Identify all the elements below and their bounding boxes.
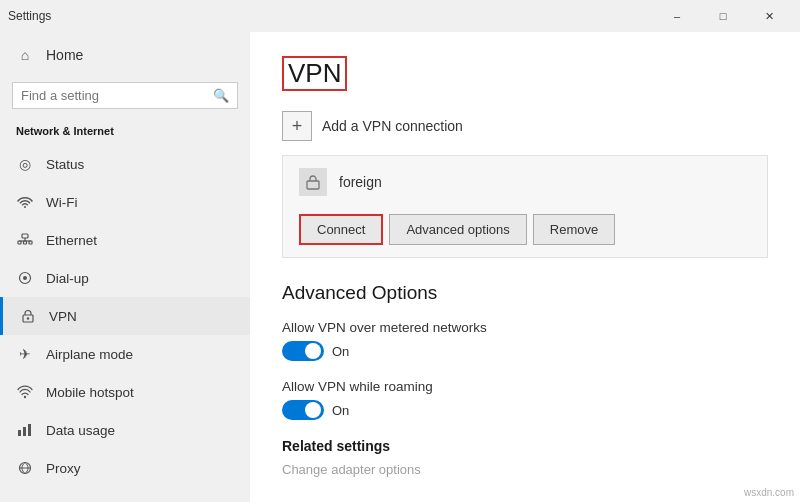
sidebar-home-label: Home: [46, 47, 83, 63]
sidebar-item-label: Mobile hotspot: [46, 385, 134, 400]
svg-rect-4: [24, 241, 27, 244]
vpn-icon: [19, 307, 37, 325]
titlebar-title: Settings: [8, 9, 654, 23]
toggle-metered-switch[interactable]: [282, 341, 324, 361]
proxy-icon: [16, 459, 34, 477]
page-title: VPN: [282, 56, 347, 91]
sidebar-item-label: Dial-up: [46, 271, 89, 286]
svg-rect-11: [18, 430, 21, 436]
toggle-roaming-control: On: [282, 400, 768, 420]
toggle-roaming-row: Allow VPN while roaming On: [282, 379, 768, 420]
sidebar-item-label: Data usage: [46, 423, 115, 438]
svg-rect-3: [18, 241, 21, 244]
svg-rect-0: [22, 234, 28, 238]
svg-point-10: [24, 396, 26, 398]
connect-button[interactable]: Connect: [299, 214, 383, 245]
svg-rect-13: [28, 424, 31, 436]
advanced-options-button[interactable]: Advanced options: [389, 214, 526, 245]
hotspot-icon: [16, 383, 34, 401]
add-vpn-icon: +: [282, 111, 312, 141]
close-button[interactable]: ✕: [746, 0, 792, 32]
vpn-connection-header: foreign: [299, 168, 751, 196]
sidebar-item-label: Status: [46, 157, 84, 172]
sidebar-item-label: Airplane mode: [46, 347, 133, 362]
svg-rect-12: [23, 427, 26, 436]
content-area: VPN + Add a VPN connection foreign Conne…: [250, 32, 800, 502]
search-icon: 🔍: [213, 88, 229, 103]
sidebar-item-home[interactable]: ⌂ Home: [0, 32, 250, 78]
add-vpn-row[interactable]: + Add a VPN connection: [282, 111, 768, 141]
sidebar-item-airplane[interactable]: ✈ Airplane mode: [0, 335, 250, 373]
sidebar-item-ethernet[interactable]: Ethernet: [0, 221, 250, 259]
ethernet-icon: [16, 231, 34, 249]
toggle-roaming-label: Allow VPN while roaming: [282, 379, 768, 394]
search-input[interactable]: [21, 88, 213, 103]
vpn-actions: Connect Advanced options Remove: [299, 206, 751, 257]
sidebar-item-dialup[interactable]: Dial-up: [0, 259, 250, 297]
sidebar-item-hotspot[interactable]: Mobile hotspot: [0, 373, 250, 411]
maximize-button[interactable]: □: [700, 0, 746, 32]
sidebar-item-label: Wi-Fi: [46, 195, 77, 210]
toggle-metered-state: On: [332, 344, 349, 359]
minimize-button[interactable]: –: [654, 0, 700, 32]
toggle-metered-control: On: [282, 341, 768, 361]
sidebar-search-box[interactable]: 🔍: [12, 82, 238, 109]
sidebar-item-vpn[interactable]: VPN: [0, 297, 250, 335]
change-adapter-link: Change adapter options: [282, 462, 768, 477]
datausage-icon: [16, 421, 34, 439]
watermark: wsxdn.com: [744, 487, 794, 498]
titlebar-controls: – □ ✕: [654, 0, 792, 32]
app-container: ⌂ Home 🔍 Network & Internet ◎ Status Wi-…: [0, 32, 800, 502]
toggle-metered-row: Allow VPN over metered networks On: [282, 320, 768, 361]
sidebar-item-datausage[interactable]: Data usage: [0, 411, 250, 449]
toggle-roaming-state: On: [332, 403, 349, 418]
titlebar: Settings – □ ✕: [0, 0, 800, 32]
svg-point-7: [23, 276, 27, 280]
sidebar: ⌂ Home 🔍 Network & Internet ◎ Status Wi-…: [0, 32, 250, 502]
add-vpn-label: Add a VPN connection: [322, 118, 463, 134]
sidebar-item-status[interactable]: ◎ Status: [0, 145, 250, 183]
svg-rect-5: [29, 241, 32, 244]
advanced-options-title: Advanced Options: [282, 282, 768, 304]
remove-button[interactable]: Remove: [533, 214, 615, 245]
sidebar-item-label: Ethernet: [46, 233, 97, 248]
vpn-conn-icon: [299, 168, 327, 196]
toggle-metered-label: Allow VPN over metered networks: [282, 320, 768, 335]
sidebar-item-proxy[interactable]: Proxy: [0, 449, 250, 487]
dialup-icon: [16, 269, 34, 287]
wifi-icon: [16, 193, 34, 211]
vpn-connection-card: foreign Connect Advanced options Remove: [282, 155, 768, 258]
airplane-icon: ✈: [16, 345, 34, 363]
svg-rect-16: [307, 181, 319, 189]
svg-point-9: [27, 317, 29, 319]
toggle-roaming-switch[interactable]: [282, 400, 324, 420]
sidebar-section-title: Network & Internet: [0, 119, 250, 145]
sidebar-item-label: VPN: [49, 309, 77, 324]
status-icon: ◎: [16, 155, 34, 173]
home-icon: ⌂: [16, 46, 34, 64]
sidebar-item-label: Proxy: [46, 461, 81, 476]
related-settings-title: Related settings: [282, 438, 768, 454]
vpn-conn-name: foreign: [339, 174, 382, 190]
sidebar-item-wifi[interactable]: Wi-Fi: [0, 183, 250, 221]
